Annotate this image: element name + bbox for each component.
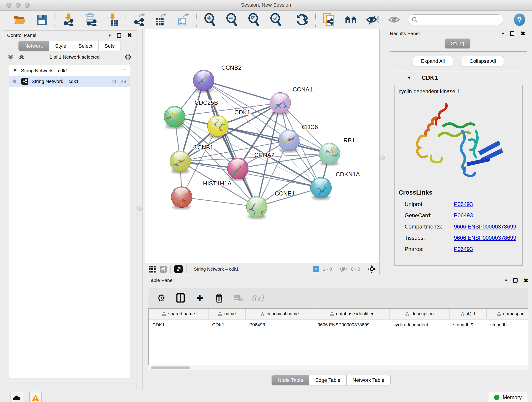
network-node-CCNA2[interactable] bbox=[227, 158, 248, 181]
network-node-CCNB1[interactable] bbox=[170, 151, 191, 173]
grid-view-icon[interactable] bbox=[148, 265, 156, 273]
collection-expand-icon[interactable]: ▼ bbox=[13, 68, 17, 73]
hidden-eye-icon[interactable] bbox=[340, 266, 347, 272]
gene-card: ▼ CDK1 cyclin-dependent kinase 1 bbox=[393, 72, 524, 268]
create-column-icon[interactable]: ✚ bbox=[195, 293, 205, 303]
memory-button[interactable]: Memory bbox=[489, 392, 527, 402]
network-node-CCNB2[interactable] bbox=[193, 70, 214, 93]
tab-node-table[interactable]: Node Table bbox=[272, 375, 309, 385]
zoom-in-icon[interactable] bbox=[203, 13, 216, 26]
table-horizontal-scrollbar[interactable] bbox=[148, 365, 528, 370]
network-node-HIST1H1A[interactable] bbox=[171, 186, 192, 209]
column-header--id[interactable]: @id bbox=[450, 308, 487, 319]
tab-network-table[interactable]: Network Table bbox=[346, 375, 391, 385]
collapse-all-button[interactable]: Collapse All bbox=[462, 56, 504, 66]
zoom-out-icon[interactable] bbox=[225, 13, 238, 26]
help-button[interactable]: ? bbox=[514, 13, 525, 26]
warning-button[interactable] bbox=[29, 392, 42, 402]
hide-selected-icon[interactable] bbox=[366, 13, 380, 26]
show-columns-icon[interactable] bbox=[176, 293, 186, 303]
expand-all-networks-icon[interactable] bbox=[7, 54, 13, 60]
tab-edge-table[interactable]: Edge Table bbox=[309, 375, 347, 385]
table-panel-menu-icon[interactable]: ▾ bbox=[505, 278, 507, 283]
network-node-CDK1[interactable] bbox=[207, 115, 228, 138]
tab-style[interactable]: Style bbox=[49, 41, 72, 51]
cloud-button[interactable] bbox=[11, 392, 23, 402]
column-header-database-identifier[interactable]: database identifier bbox=[314, 308, 390, 319]
network-options-gear-icon[interactable]: ⚙ bbox=[125, 53, 132, 61]
results-panel-float-icon[interactable] bbox=[510, 31, 514, 36]
network-row-selected[interactable]: String Network – cdk1 11 48 bbox=[9, 76, 130, 87]
column-header-namespac[interactable]: namespac bbox=[487, 308, 528, 319]
open-in-window-icon[interactable] bbox=[174, 265, 183, 273]
crosslinks-section: CrossLinks Uniprot:P06493GeneCard:P06493… bbox=[399, 189, 518, 252]
network-node-CCNA1[interactable] bbox=[270, 92, 291, 115]
column-header-name[interactable]: name bbox=[209, 308, 246, 319]
network-node-RB1[interactable] bbox=[319, 143, 341, 166]
table-panel-float-icon[interactable] bbox=[513, 278, 518, 283]
network-node-CDC25B[interactable] bbox=[164, 106, 185, 129]
export-network-icon[interactable] bbox=[133, 13, 146, 26]
crosslink-link[interactable]: P06493 bbox=[454, 212, 473, 219]
gene-card-collapse-icon[interactable]: ▼ bbox=[407, 75, 412, 80]
tab-select[interactable]: Select bbox=[72, 41, 99, 51]
network-node-CCNE1[interactable] bbox=[246, 196, 267, 219]
delete-column-icon[interactable] bbox=[214, 293, 224, 303]
network-badge-icon[interactable] bbox=[160, 266, 167, 273]
left-splitter-handle[interactable] bbox=[137, 206, 142, 211]
import-network-database-icon[interactable] bbox=[84, 13, 97, 26]
table-row[interactable]: CDK1CDK1P064939606.ENSP00000378699cyclin… bbox=[149, 319, 528, 330]
network-collection-row[interactable]: ▼ String Network – cdk1 1 bbox=[9, 65, 130, 76]
control-panel-title: Control Panel bbox=[7, 32, 36, 38]
table-cell: stringdb bbox=[487, 319, 528, 330]
selected-checkbox[interactable]: ✓ bbox=[313, 266, 319, 272]
crosslink-link[interactable]: P06493 bbox=[454, 201, 473, 207]
control-panel-menu-icon[interactable]: ▾ bbox=[109, 33, 111, 38]
save-session-icon[interactable] bbox=[35, 13, 49, 26]
open-session-icon[interactable] bbox=[13, 13, 27, 26]
table-scrollbar-thumb[interactable] bbox=[151, 366, 190, 369]
export-table-icon[interactable] bbox=[154, 13, 168, 26]
control-panel-close-icon[interactable]: ✖ bbox=[127, 32, 132, 38]
crosslink-link[interactable]: P06493 bbox=[454, 246, 473, 252]
left-splitter[interactable] bbox=[137, 29, 143, 390]
control-panel-float-icon[interactable] bbox=[117, 33, 121, 38]
import-table-file-icon[interactable] bbox=[106, 13, 119, 26]
results-panel-close-icon[interactable]: ✖ bbox=[520, 31, 525, 36]
expand-all-button[interactable]: Expand All bbox=[413, 56, 453, 66]
table-cell: P06493 bbox=[246, 319, 314, 330]
node-label-CDKN1A: CDKN1A bbox=[336, 171, 360, 178]
tab-string[interactable]: String bbox=[445, 38, 470, 49]
node-count: 11 bbox=[112, 79, 117, 84]
right-splitter-handle[interactable] bbox=[380, 155, 385, 160]
crosslink-link[interactable]: 9606.ENSP00000378699 bbox=[454, 223, 516, 230]
apply-layout-icon[interactable] bbox=[296, 13, 309, 26]
search-input[interactable] bbox=[420, 17, 500, 23]
show-all-icon[interactable] bbox=[388, 13, 401, 26]
tab-sets[interactable]: Sets bbox=[98, 41, 121, 51]
node-label-CDC6: CDC6 bbox=[302, 123, 318, 130]
search-box[interactable] bbox=[408, 14, 503, 25]
column-header-description[interactable]: description bbox=[390, 308, 450, 319]
houses-icon[interactable] bbox=[344, 13, 357, 26]
export-image-icon[interactable] bbox=[177, 13, 190, 26]
results-panel-menu-icon[interactable]: ▾ bbox=[502, 31, 504, 36]
network-node-CDKN1A[interactable] bbox=[310, 177, 331, 200]
new-network-from-selection-icon[interactable] bbox=[322, 13, 336, 26]
toolbar-separator bbox=[336, 265, 336, 273]
network-node-CDC6[interactable] bbox=[278, 130, 299, 153]
current-network-name: String Network – cdk1 bbox=[194, 267, 309, 272]
tab-network[interactable]: Network bbox=[18, 41, 49, 51]
column-header-shared-name[interactable]: shared name bbox=[149, 308, 209, 319]
zoom-fit-icon[interactable] bbox=[247, 13, 260, 26]
import-network-file-icon[interactable] bbox=[62, 13, 75, 26]
table-panel-close-icon[interactable]: ✖ bbox=[524, 278, 528, 283]
collapse-all-networks-icon[interactable] bbox=[19, 54, 25, 60]
birdseye-pan-icon[interactable] bbox=[368, 265, 376, 273]
network-canvas[interactable]: CCNB2CCNA1CDC25BCDK1CDC6RB1CCNB1CCNA2CDK… bbox=[145, 29, 380, 263]
right-splitter[interactable] bbox=[380, 29, 385, 275]
zoom-selected-icon[interactable] bbox=[269, 13, 282, 26]
crosslink-link[interactable]: 9606.ENSP00000378699 bbox=[454, 235, 516, 241]
table-options-gear-icon[interactable]: ⚙ bbox=[156, 293, 166, 303]
column-header-canonical-name[interactable]: canonical name bbox=[246, 308, 314, 319]
